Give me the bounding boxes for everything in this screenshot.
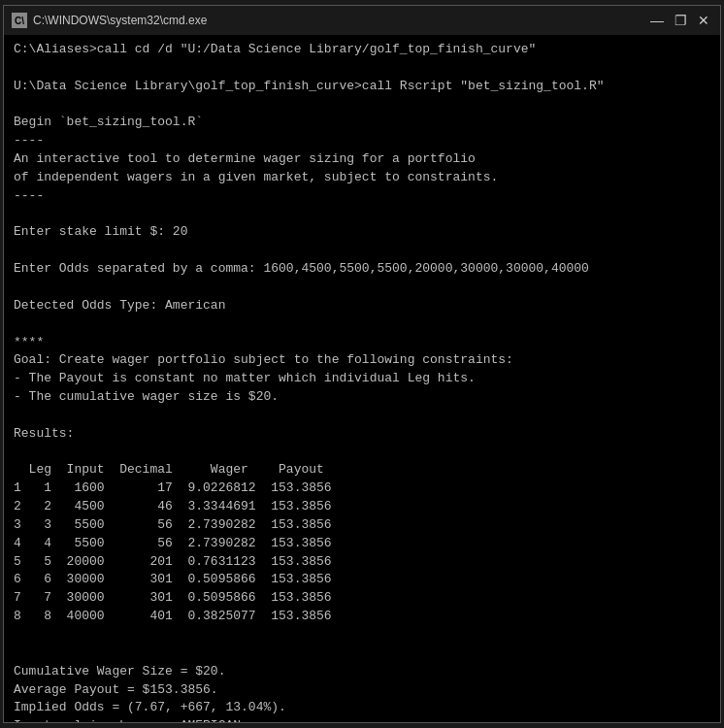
maximize-button[interactable]: ❐ [672,12,689,29]
close-button[interactable]: ✕ [695,12,712,29]
window-controls: — ❐ ✕ [648,12,712,29]
cmd-icon: C\ [12,13,27,28]
title-bar: C\ C:\WINDOWS\system32\cmd.exe — ❐ ✕ [4,6,720,35]
cmd-window: C\ C:\WINDOWS\system32\cmd.exe — ❐ ✕ C:\… [3,5,721,723]
minimize-button[interactable]: — [648,12,666,29]
window-title: C:\WINDOWS\system32\cmd.exe [33,14,648,27]
terminal-output: C:\Aliases>call cd /d "U:/Data Science L… [4,35,720,722]
